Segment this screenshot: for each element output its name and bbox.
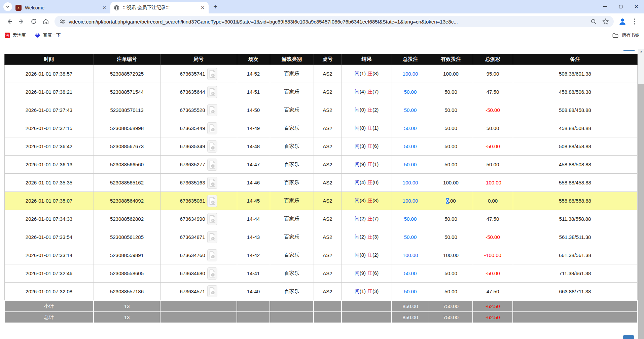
cell-result: 闲(2)庄(7) [342,210,392,228]
player-result: 闲 [355,89,360,94]
bookmark-aitaobao[interactable]: 淘 爱淘宝 [5,32,26,38]
cell-time: 2026-01-01 07:35:07 [4,192,94,210]
cell-table-no: AS2 [314,174,342,192]
column-header: 局号 [160,54,237,65]
column-header: 结果 [342,54,392,65]
cell-total-bet-link[interactable]: 50.00 [392,210,429,228]
cell-total-bet-link[interactable]: 50.00 [392,264,429,283]
column-header: 场次 [237,54,270,65]
cell-total-bet-link[interactable]: 50.00 [392,119,429,137]
banker-result: 庄 [367,71,372,76]
table-row: 2026-01-01 07:38:21 523088571544 6736356… [4,83,637,101]
cell-time: 2026-01-01 07:33:54 [4,228,94,246]
globe-icon [114,5,119,11]
cell-total-bet-link[interactable]: 100.00 [392,174,429,192]
video-replay-button[interactable] [207,177,217,189]
reload-button[interactable] [28,15,40,28]
table-header-row: 时间注单编号局号场次游戏类别桌号结果总投注有效投注总派彩备注 [4,54,637,65]
video-replay-button[interactable] [207,104,217,116]
site-info-icon[interactable] [59,18,65,25]
cell-session: 14-49 [237,119,270,137]
video-replay-button[interactable] [207,231,217,243]
banker-result: 庄 [367,143,372,149]
scroll-top-indicator[interactable] [623,50,635,51]
bookmark-star-icon[interactable] [602,18,609,25]
tab-bet-records[interactable]: :::视讯 会员下注纪录::: ✕ [110,2,209,13]
cell-total-bet-link[interactable]: 50.00 [392,228,429,246]
new-tab-button[interactable]: + [211,2,220,11]
player-result: 闲 [355,161,360,167]
cell-total-bet-link[interactable]: 50.00 [392,156,429,174]
cell-total-bet-link[interactable]: 50.00 [392,283,429,301]
cell-valid-bet: 50.00 [429,83,473,101]
column-header: 有效投注 [429,54,473,65]
page-scrollbar[interactable]: ▲ [638,49,644,339]
video-replay-button[interactable] [207,122,217,134]
cell-round: 673634760 [160,246,237,264]
tab-search-button[interactable] [3,2,12,11]
scroll-bottom-button[interactable] [623,335,634,339]
reload-icon [30,18,37,25]
video-replay-button[interactable] [207,195,217,207]
close-tab-icon[interactable]: ✕ [101,5,108,10]
minimize-button[interactable] [598,0,613,13]
player-result: 闲 [355,198,360,203]
cell-result: 闲(8)庄(2) [342,246,392,264]
video-replay-button[interactable] [207,86,217,98]
banker-result: 庄 [367,252,372,258]
bookmark-baidu[interactable]: 百度一下 [35,32,61,38]
close-window-button[interactable]: ✕ [629,0,644,13]
cell-total-bet-link[interactable]: 100.00 [392,65,429,83]
scrollbar-up-arrow[interactable]: ▲ [638,49,644,54]
cell-total-bet-link[interactable]: 50.00 [392,101,429,119]
maximize-button[interactable] [613,0,629,13]
all-bookmarks-button[interactable]: 所有书签 [606,32,639,39]
tab-welcome[interactable]: ♠ Welcome ✕ [12,2,110,13]
video-replay-button[interactable] [207,140,217,153]
address-bar[interactable]: videoie.com/ipl/portal.php/game/betrecor… [55,16,614,27]
video-replay-button[interactable] [207,285,217,297]
cell-total-bet-link[interactable]: 100.00 [392,246,429,264]
back-button[interactable] [3,15,15,28]
cell-round: 673634990 [160,210,237,228]
cell-time: 2026-01-01 07:36:42 [4,137,94,156]
video-replay-button[interactable] [207,213,217,225]
cell-result: 闲(8)庄(8) [342,192,392,210]
player-result: 闲 [355,179,360,185]
player-result: 闲 [355,216,360,221]
browser-toolbar: videoie.com/ipl/portal.php/game/betrecor… [0,13,644,30]
close-tab-icon[interactable]: ✕ [199,5,206,10]
cell-summary-label: 总计 [4,312,94,323]
cell-table-no: AS2 [314,283,342,301]
cell-table-no: AS2 [314,137,342,156]
cell-round: 673635741 [160,65,237,83]
cell-summary-payout: -62.50 [473,301,513,312]
video-replay-button[interactable] [207,159,217,171]
cell-valid-bet: 100.00 [429,65,473,83]
cell-total-bet-link[interactable]: 50.00 [392,137,429,156]
cell-session: 14-51 [237,83,270,101]
video-replay-button[interactable] [207,68,217,80]
zoom-icon[interactable] [591,18,597,25]
cell-payout: -100.00 [473,174,513,192]
cell-payout: 47.50 [473,83,513,101]
cell-total-bet-link[interactable]: 50.00 [392,83,429,101]
video-replay-button[interactable] [207,249,217,261]
cell-round: 673634680 [160,264,237,283]
profile-avatar[interactable] [616,15,629,28]
cell-session: 14-52 [237,65,270,83]
all-bookmarks-label: 所有书签 [622,32,639,38]
menu-kebab-button[interactable] [629,15,641,28]
cell-game-type: 百家乐 [270,156,314,174]
url-text[interactable]: videoie.com/ipl/portal.php/game/betrecor… [69,19,586,25]
video-file-icon [209,70,216,78]
cell-total-bet-link[interactable]: 100.00 [392,192,429,210]
video-replay-button[interactable] [207,267,217,280]
home-button[interactable] [40,15,52,28]
cell-game-type: 百家乐 [270,228,314,246]
scrollbar-thumb[interactable] [638,84,644,339]
cell-note: 711.38/661.38 [513,264,637,283]
cell-round: 673635528 [160,101,237,119]
forward-button[interactable] [15,15,28,28]
summary-row: 小计 13 850.00 750.00 -62.50 [4,301,637,312]
